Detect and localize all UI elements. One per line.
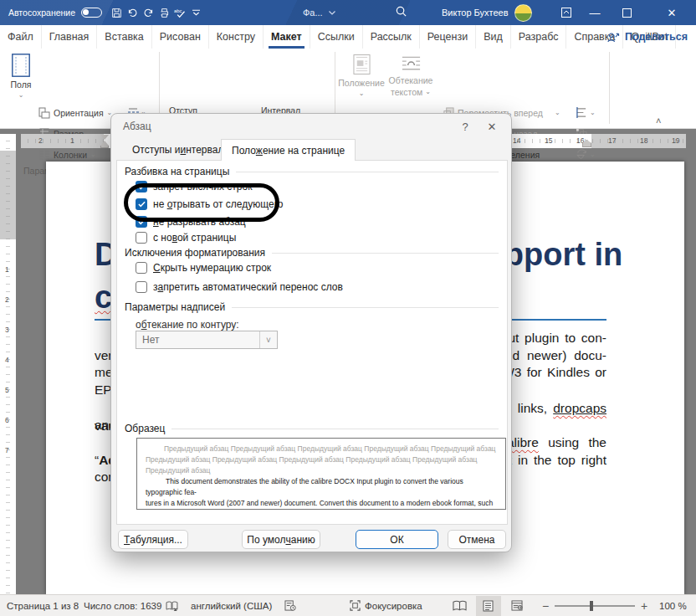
orientation-button[interactable]: Ориентация⌄	[38, 107, 112, 119]
ruler-number: 15	[545, 136, 552, 145]
focus-mode-button[interactable]: Фокусировка	[350, 595, 422, 616]
user-avatar[interactable]	[514, 4, 532, 22]
dialog-title: Абзац	[123, 121, 151, 132]
checkbox-box[interactable]	[136, 232, 147, 244]
columns-label: Колонки	[54, 150, 87, 160]
account-area[interactable]: Виктор Бухтеев	[442, 0, 532, 25]
ribbon-tab-Макет[interactable]: Макет	[264, 25, 310, 49]
ribbon-tab-Главная[interactable]: Главная	[42, 25, 98, 49]
checkbox-box[interactable]	[136, 281, 147, 293]
ribbon-tab-Вставка[interactable]: Вставка	[97, 25, 151, 49]
section-preview: Образец	[125, 423, 499, 434]
word-count[interactable]: Число слов: 1639	[84, 595, 161, 616]
checkbox-keep-lines-together[interactable]: не разрывать абзац	[136, 216, 246, 228]
ruler-number: 2	[5, 295, 9, 304]
margins-button[interactable]: Поля ⌄	[5, 54, 37, 99]
page-indicator[interactable]: Страница 1 из 8	[7, 595, 79, 616]
ribbon-tab-Рецензи[interactable]: Рецензи	[420, 25, 476, 49]
proofing-errors-icon[interactable]	[166, 595, 178, 616]
maximize-button[interactable]	[612, 0, 641, 25]
checkbox-widow-control[interactable]: запрет висячих строк	[136, 181, 252, 192]
zoom-level[interactable]: 100 %	[659, 595, 687, 616]
redo-icon[interactable]	[141, 4, 156, 21]
checkbox-suppress-line-numbers[interactable]: Скрыть нумерацию строк	[136, 262, 271, 274]
rotate-objects-button: ⌄	[576, 149, 596, 160]
ribbon-tab-Разрабс[interactable]: Разрабс	[511, 25, 567, 49]
vertical-ruler[interactable]: 1234567	[0, 134, 16, 594]
chevron-down-icon	[329, 11, 335, 15]
print-layout-icon[interactable]	[483, 595, 494, 616]
columns-icon	[38, 149, 50, 161]
margins-label: Поля	[11, 80, 32, 90]
minimize-button[interactable]: —	[581, 0, 609, 25]
position-icon	[353, 54, 371, 75]
autosave-label: Автосохранение	[8, 8, 75, 18]
accessibility-icon[interactable]	[284, 595, 296, 616]
section-formatting-exceptions: Исключения форматирования	[125, 247, 499, 259]
checkbox-box[interactable]	[136, 198, 147, 210]
ribbon-tab-strip: ФайлГлавнаяВставкаРисованКонструМакетСсы…	[0, 25, 696, 49]
checkbox-page-break-before[interactable]: с новой страницы	[136, 232, 236, 244]
close-icon[interactable]: ✕	[479, 117, 504, 136]
tab-line-page-breaks[interactable]: Положение на странице	[221, 139, 356, 161]
zoom-slider-thumb[interactable]	[590, 601, 593, 611]
checkbox-dont-hyphenate[interactable]: запретить автоматический перенос слов	[136, 281, 343, 293]
ok-button[interactable]: ОК	[356, 530, 438, 549]
checkbox-label: запрет висячих строк	[153, 181, 252, 192]
checkbox-label: с новой страницы	[153, 232, 236, 244]
ruler-number: 14	[513, 136, 520, 145]
preview-previous-paragraph-line: Предыдущий абзац Предыдущий абзац Предыд…	[146, 444, 497, 454]
ruler-number: 19	[672, 136, 679, 145]
preview-current-paragraph-line: This document demonstrates the ability o…	[146, 476, 497, 498]
checkbox-keep-with-next[interactable]: не отрывать от следующего	[136, 198, 283, 210]
ruler-number: 6	[5, 416, 9, 424]
close-button[interactable]: ✕	[658, 0, 686, 25]
status-bar: Страница 1 из 8 Число слов: 1639 английс…	[0, 594, 696, 616]
position-button: Положение ⌄	[340, 54, 383, 97]
share-icon	[607, 32, 620, 43]
ribbon-tab-Файл[interactable]: Файл	[0, 25, 42, 49]
cancel-button[interactable]: Отмена	[448, 530, 506, 549]
ribbon-display-options-icon[interactable]	[552, 0, 581, 25]
ruler-number: 1	[70, 136, 74, 145]
document-title-dropdown[interactable]: Фа...	[303, 0, 335, 25]
ruler-number: 2	[38, 136, 43, 145]
save-icon[interactable]	[109, 4, 125, 21]
ribbon-tab-Рассылк[interactable]: Рассылк	[363, 25, 420, 49]
web-layout-icon[interactable]	[511, 595, 523, 616]
wrap-text-label-2: текстом⌄	[391, 87, 431, 97]
dialog-tab-panel: Разбивка на страницы запрет висячих стро…	[116, 160, 508, 525]
ribbon-tab-Рисован[interactable]: Рисован	[152, 25, 209, 49]
language-indicator[interactable]: английский (США)	[191, 595, 272, 616]
section-textbox-options: Параметры надписей	[125, 301, 499, 313]
ruler-number: 3	[5, 326, 9, 334]
autosave-toggle[interactable]	[81, 8, 102, 18]
checkbox-label: не разрывать абзац	[153, 216, 246, 228]
columns-button[interactable]: Колонки⌄	[38, 149, 96, 161]
undo-icon[interactable]	[125, 4, 141, 21]
orientation-label: Ориентация	[54, 108, 104, 118]
checkbox-box[interactable]	[136, 262, 147, 274]
checkbox-box[interactable]	[136, 216, 147, 228]
first-line-indent-marker[interactable]	[100, 135, 109, 148]
zoom-out-button[interactable]: −	[542, 595, 549, 616]
checkbox-box[interactable]	[136, 181, 147, 192]
collapse-ribbon-icon[interactable]: ˄	[656, 116, 661, 126]
share-button[interactable]: Поделиться	[607, 25, 688, 49]
zoom-slider-track[interactable]	[555, 605, 635, 607]
focus-icon	[350, 600, 361, 611]
ribbon-tab-Ссылки[interactable]: Ссылки	[310, 25, 363, 49]
print-icon[interactable]	[156, 4, 172, 21]
read-mode-icon[interactable]	[453, 595, 467, 616]
spellcheck-icon[interactable]: abc	[172, 4, 188, 21]
margins-icon	[12, 54, 30, 77]
rotate-objects-icon	[576, 149, 588, 160]
set-as-default-button[interactable]: По умолчанию	[242, 530, 320, 549]
zoom-in-button[interactable]: +	[641, 595, 647, 616]
search-icon[interactable]	[395, 5, 407, 18]
tabs-button[interactable]: Табуляция...	[118, 530, 188, 549]
ribbon-tab-Вид[interactable]: Вид	[476, 25, 511, 49]
ribbon-tab-Констру[interactable]: Констру	[209, 25, 264, 49]
help-icon[interactable]: ?	[453, 117, 478, 136]
customize-qat-icon[interactable]	[188, 4, 204, 21]
